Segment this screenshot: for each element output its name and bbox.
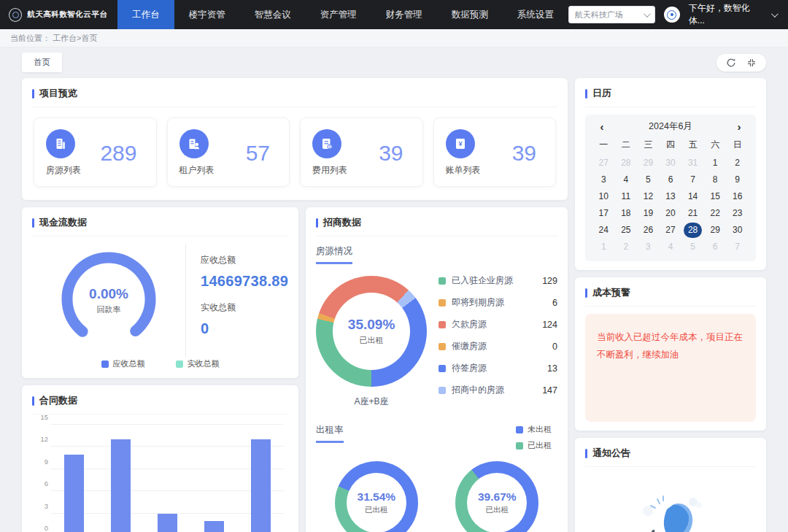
calendar-day[interactable]: 12 (637, 188, 660, 205)
nav-item-1[interactable]: 楼宇资管 (174, 0, 240, 29)
tab-occupancy-rate[interactable]: 出租率 (316, 424, 344, 443)
calendar-day-next[interactable]: 4 (660, 239, 682, 255)
weekday-label: 三 (637, 136, 660, 155)
calendar-day-next[interactable]: 5 (681, 239, 704, 255)
exit-fullscreen-icon[interactable] (746, 58, 757, 68)
stat-label-received: 实收总额 (201, 301, 288, 314)
calendar-day[interactable]: 29 (704, 222, 727, 239)
section-marker (316, 218, 318, 228)
nav-item-4[interactable]: 财务管理 (371, 0, 437, 29)
calendar-day-prev[interactable]: 27 (592, 155, 615, 171)
donut-center-percent: 35.09% (348, 317, 395, 333)
house-legend-item-2[interactable]: 欠款房源124 (439, 318, 557, 331)
cost-warning-message: 当前收入已超过今年成本，项目正在不断盈利，继续加油 (597, 328, 744, 364)
legend-label: 欠款房源 (452, 318, 487, 331)
overview-card-2[interactable]: $费用列表39 (300, 117, 423, 187)
avatar[interactable] (664, 7, 680, 23)
calendar-day[interactable]: 30 (726, 222, 749, 239)
contract-bar-chart: 03691215 200以下200-499500-799800-9991000以… (32, 422, 288, 532)
occupancy-donut-ring: 31.54%已出租 (335, 461, 418, 532)
calendar-day[interactable]: 1 (704, 155, 727, 171)
calendar-day[interactable]: 7 (681, 171, 704, 188)
occupancy-legend-item-0[interactable]: 未出租 (516, 424, 552, 435)
calendar-day-prev[interactable]: 28 (615, 155, 638, 171)
overview-card-label: 费用列表 (312, 164, 347, 177)
y-axis-tick: 9 (35, 457, 48, 465)
calendar-day-next[interactable]: 1 (592, 239, 615, 255)
project-select[interactable]: 航天科技广场 (568, 6, 655, 23)
nav-item-5[interactable]: 数据预测 (437, 0, 503, 29)
calendar-day-next[interactable]: 6 (704, 239, 727, 255)
calendar-day[interactable]: 21 (681, 205, 704, 222)
nav-item-3[interactable]: 资产管理 (306, 0, 371, 29)
legend-swatch (516, 442, 523, 450)
overview-card-1[interactable]: 租户列表57 (167, 117, 290, 187)
tab-house-status[interactable]: 房源情况 (316, 245, 352, 264)
nav-item-6[interactable]: 系统设置 (503, 0, 568, 29)
calendar-day[interactable]: 20 (660, 205, 682, 222)
calendar-prev-icon[interactable]: ‹ (595, 120, 609, 133)
calendar-day-prev[interactable]: 30 (660, 155, 682, 171)
calendar-day[interactable]: 8 (704, 171, 727, 188)
calendar-day[interactable]: 10 (592, 188, 615, 205)
section-marker (32, 89, 34, 99)
house-status-donut: 35.09% 已出租 (316, 276, 427, 387)
navbar-right: 航天科技广场 下午好，数智化体... (568, 2, 788, 27)
nav-item-0[interactable]: 工作台 (117, 0, 174, 29)
calendar-day[interactable]: 11 (615, 188, 638, 205)
house-legend-item-5[interactable]: 招商中的房源147 (439, 384, 557, 396)
calendar-day[interactable]: 18 (615, 205, 638, 222)
house-legend-item-4[interactable]: 待签房源13 (439, 362, 557, 374)
donut-center-percent: 39.67% (478, 490, 517, 504)
calendar-day[interactable]: 17 (592, 205, 615, 222)
overview-card-3[interactable]: ¥账单列表39 (433, 117, 557, 187)
house-legend-item-3[interactable]: 催缴房源0 (439, 340, 557, 352)
calendar-day[interactable]: 27 (660, 222, 682, 239)
calendar-day[interactable]: 9 (726, 171, 749, 188)
calendar-day[interactable]: 23 (726, 205, 749, 222)
cashflow-legend-item-1[interactable]: 实收总额 (176, 358, 220, 369)
investment-card: 招商数据 房源情况 35.09% 已出租 A座+B座 已入驻企业房源129即将到… (306, 207, 568, 532)
house-legend-item-0[interactable]: 已入驻企业房源129 (439, 274, 557, 287)
legend-label: 应收总额 (113, 358, 145, 369)
legend-value: 129 (542, 276, 557, 286)
weekday-label: 二 (615, 136, 638, 155)
stat-value-receivable: 14669738.89 (201, 273, 288, 290)
overview-card-value: 39 (512, 141, 536, 166)
calendar-day[interactable]: 25 (615, 222, 638, 239)
cashflow-legend-item-0[interactable]: 应收总额 (101, 358, 145, 369)
calendar-grid: 2728293031123456789101112131415161718192… (592, 155, 749, 255)
calendar-day-next[interactable]: 2 (615, 239, 638, 255)
calendar-day[interactable]: 3 (592, 171, 615, 188)
calendar-day[interactable]: 2 (726, 155, 749, 171)
calendar-day[interactable]: 4 (615, 171, 638, 188)
bar-2 (158, 514, 177, 532)
calendar-next-icon[interactable]: › (733, 120, 746, 133)
house-legend-item-1[interactable]: 即将到期房源6 (439, 296, 557, 309)
overview-card-0[interactable]: 房源列表289 (34, 117, 157, 187)
calendar-day[interactable]: 6 (660, 171, 682, 188)
house-status-legend: 已入驻企业房源129即将到期房源6欠款房源124催缴房源0待签房源13招商中的房… (439, 274, 557, 396)
calendar-day-prev[interactable]: 29 (637, 155, 660, 171)
calendar-day[interactable]: 5 (637, 171, 660, 188)
overview-cards: 房源列表289租户列表57$费用列表39¥账单列表39 (32, 115, 557, 191)
calendar-day-selected[interactable]: 28 (684, 223, 702, 238)
nav-item-2[interactable]: 智慧会议 (240, 0, 306, 29)
calendar-day-next[interactable]: 7 (726, 239, 749, 255)
calendar-day-prev[interactable]: 31 (681, 155, 704, 171)
calendar-day[interactable]: 26 (637, 222, 660, 239)
bar-4 (251, 439, 271, 532)
user-menu[interactable]: 下午好，数智化体... (689, 2, 776, 27)
calendar-day[interactable]: 16 (726, 188, 749, 205)
svg-text:$: $ (329, 145, 331, 149)
calendar-day[interactable]: 15 (704, 188, 727, 205)
calendar-day-next[interactable]: 3 (637, 239, 660, 255)
refresh-icon[interactable] (726, 58, 736, 68)
calendar-day[interactable]: 14 (681, 188, 704, 205)
tab-home[interactable]: 首页 (22, 53, 62, 72)
calendar-day[interactable]: 24 (592, 222, 615, 239)
calendar-day[interactable]: 22 (704, 205, 727, 222)
occupancy-legend-item-1[interactable]: 已出租 (516, 440, 552, 451)
calendar-day[interactable]: 13 (660, 188, 682, 205)
calendar-day[interactable]: 19 (637, 205, 660, 222)
